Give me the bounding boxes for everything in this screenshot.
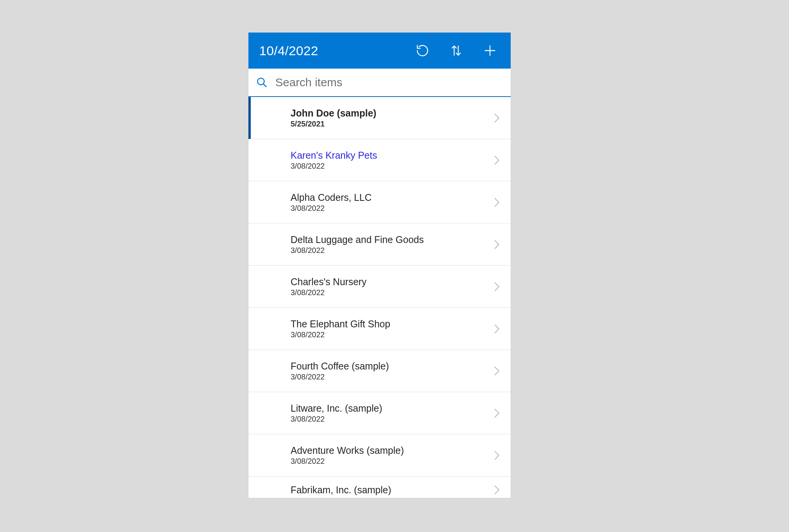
chevron-right-icon — [492, 324, 501, 333]
list-item-date: 3/08/2022 — [291, 457, 492, 466]
list-item[interactable]: Delta Luggage and Fine Goods3/08/2022 — [248, 223, 511, 266]
chevron-right-icon — [492, 198, 501, 207]
svg-line-5 — [263, 84, 266, 87]
list-item[interactable]: The Elephant Gift Shop3/08/2022 — [248, 308, 511, 350]
list-item-title: Alpha Coders, LLC — [291, 192, 492, 203]
list-item-text: Karen's Kranky Pets3/08/2022 — [291, 150, 492, 171]
list-item[interactable]: Karen's Kranky Pets3/08/2022 — [248, 139, 511, 181]
refresh-icon — [416, 44, 429, 57]
list-item[interactable]: John Doe (sample)5/25/2021 — [248, 97, 511, 139]
list-item[interactable]: Litware, Inc. (sample)3/08/2022 — [248, 392, 511, 434]
chevron-right-icon — [492, 282, 501, 291]
chevron-right-icon — [492, 113, 501, 123]
list-item[interactable]: Fabrikam, Inc. (sample) — [248, 476, 511, 498]
list-item-title: Fourth Coffee (sample) — [291, 361, 492, 372]
list-item[interactable]: Charles's Nursery3/08/2022 — [248, 266, 511, 308]
sort-icon — [450, 43, 462, 58]
chevron-right-icon — [492, 240, 501, 249]
list-item-date: 3/08/2022 — [291, 415, 492, 424]
header-actions — [415, 43, 511, 58]
list-item-title: John Doe (sample) — [291, 108, 492, 119]
refresh-button[interactable] — [415, 43, 430, 58]
add-button[interactable] — [482, 43, 498, 58]
list-item-text: Alpha Coders, LLC3/08/2022 — [291, 192, 492, 213]
chevron-right-icon — [492, 485, 501, 494]
list-item-date: 3/08/2022 — [291, 162, 492, 171]
list-item-title: Adventure Works (sample) — [291, 445, 492, 456]
plus-icon — [483, 44, 496, 57]
list-item-text: John Doe (sample)5/25/2021 — [291, 108, 492, 128]
chevron-right-icon — [492, 451, 501, 460]
list-item-text: Adventure Works (sample)3/08/2022 — [291, 445, 492, 466]
search-input[interactable] — [275, 68, 511, 97]
search-bar[interactable] — [248, 69, 511, 97]
list-item-text: Fabrikam, Inc. (sample) — [291, 484, 492, 496]
list-item-date: 5/25/2021 — [291, 120, 492, 128]
items-list: John Doe (sample)5/25/2021Karen's Kranky… — [248, 97, 511, 498]
chevron-right-icon — [492, 156, 501, 165]
header-title: 10/4/2022 — [259, 43, 415, 58]
header-bar: 10/4/2022 — [248, 33, 511, 69]
list-item-text: Charles's Nursery3/08/2022 — [291, 276, 492, 297]
list-item[interactable]: Adventure Works (sample)3/08/2022 — [248, 434, 511, 476]
list-item-title: Karen's Kranky Pets — [291, 150, 492, 161]
list-item-date: 3/08/2022 — [291, 330, 492, 339]
list-item-text: Fourth Coffee (sample)3/08/2022 — [291, 361, 492, 381]
list-item[interactable]: Fourth Coffee (sample)3/08/2022 — [248, 350, 511, 392]
list-item-text: The Elephant Gift Shop3/08/2022 — [291, 319, 492, 339]
sort-button[interactable] — [449, 43, 464, 58]
list-item-title: The Elephant Gift Shop — [291, 319, 492, 330]
list-item-title: Delta Luggage and Fine Goods — [291, 234, 492, 245]
list-item-date: 3/08/2022 — [291, 373, 492, 381]
chevron-right-icon — [492, 409, 501, 418]
list-item-title: Fabrikam, Inc. (sample) — [291, 484, 492, 496]
list-item-date: 3/08/2022 — [291, 246, 492, 255]
list-item-text: Litware, Inc. (sample)3/08/2022 — [291, 403, 492, 424]
search-icon — [255, 76, 268, 89]
list-item-title: Litware, Inc. (sample) — [291, 403, 492, 414]
app-frame: 10/4/2022 — [248, 33, 511, 498]
list-item-date: 3/08/2022 — [291, 204, 492, 213]
list-item[interactable]: Alpha Coders, LLC3/08/2022 — [248, 181, 511, 223]
list-item-text: Delta Luggage and Fine Goods3/08/2022 — [291, 234, 492, 255]
list-item-date: 3/08/2022 — [291, 288, 492, 297]
chevron-right-icon — [492, 366, 501, 376]
list-item-title: Charles's Nursery — [291, 276, 492, 287]
